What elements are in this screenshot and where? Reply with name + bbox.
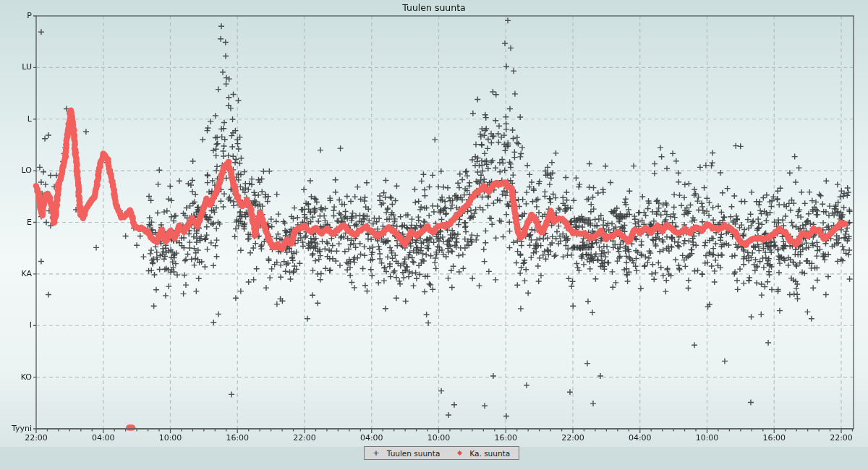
x-tick-label: 10:00	[686, 433, 729, 443]
y-tick-label: P	[0, 11, 32, 21]
x-tick-label: 22:00	[551, 433, 595, 443]
y-tick-label: KA	[0, 269, 32, 279]
x-tick-label: 04:00	[618, 433, 662, 443]
y-tick-label: KO	[0, 372, 32, 383]
x-tick-label: 22:00	[283, 433, 326, 443]
legend-label-average-direction: Ka. suunta	[469, 449, 510, 458]
y-tick-label: I	[0, 320, 32, 330]
x-tick-label: 16:00	[484, 433, 527, 443]
x-tick-label: 04:00	[350, 433, 393, 443]
x-tick-label: 04:00	[82, 433, 125, 443]
x-tick-label: 22:00	[820, 433, 863, 443]
wind-direction-figure: Tuulen suunta 22:0004:0010:0016:0022:000…	[0, 0, 868, 470]
x-tick-label: 10:00	[417, 433, 461, 443]
plus-marker-icon: +	[373, 450, 379, 457]
x-tick-label: 22:00	[14, 433, 58, 443]
y-tick-label: LU	[0, 62, 32, 72]
y-tick-label: L	[0, 114, 32, 124]
chart-title: Tuulen suunta	[0, 2, 868, 13]
y-tick-label: LO	[0, 166, 32, 176]
y-tick-label: Tyyni	[0, 424, 32, 434]
x-tick-label: 16:00	[752, 433, 796, 443]
chart-canvas	[0, 0, 868, 470]
legend-label-wind-direction: Tuulen suunta	[387, 449, 441, 458]
legend: + Tuulen suunta Ka. suunta	[364, 446, 519, 460]
x-tick-label: 10:00	[149, 433, 192, 443]
x-tick-label: 16:00	[216, 433, 259, 443]
diamond-marker-icon	[457, 450, 462, 456]
y-tick-label: E	[0, 218, 32, 228]
